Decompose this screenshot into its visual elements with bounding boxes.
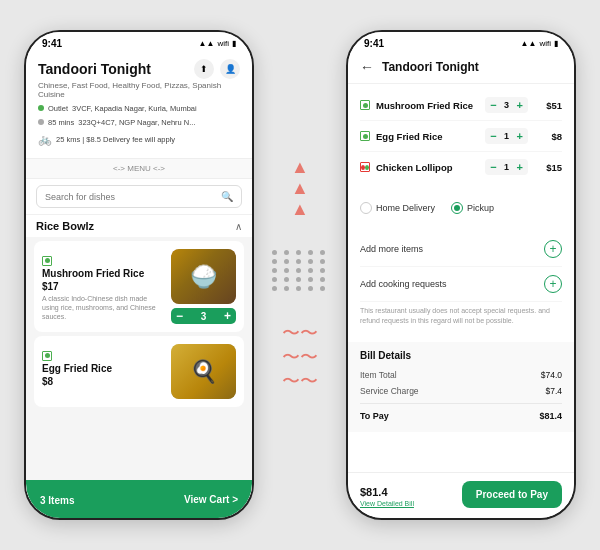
share-icon[interactable]: ⬆ (194, 59, 214, 79)
add-more-row[interactable]: Add more items + (360, 232, 562, 267)
restaurant-name: Tandoori Tonight (38, 61, 151, 77)
pickup-option[interactable]: Pickup (451, 202, 494, 214)
top-nav: ← Tandoori Tonight (348, 53, 574, 84)
wavy-icons: 〜〜〜〜〜〜 (282, 321, 318, 393)
battery-icon-right: ▮ (554, 39, 558, 48)
right-phone: 9:41 ▲▲ wifi ▮ ← Tandoori Tonight Mushro… (346, 30, 576, 520)
bill-row-item-total: Item Total $74.0 (360, 367, 562, 383)
home-delivery-option[interactable]: Home Delivery (360, 202, 435, 214)
dish-card-mushroom: Mushroom Fried Rice $17 A classic Indo-C… (34, 241, 244, 332)
qty-control-mushroom[interactable]: − 3 + (171, 308, 236, 324)
bill-label-item-total: Item Total (360, 370, 397, 380)
pickup-radio[interactable] (451, 202, 463, 214)
dish-name-egg: Egg Fried Rice (42, 363, 165, 374)
food-egg-visual (171, 344, 236, 399)
cart-qty-num-chicken: 1 (501, 162, 513, 172)
bill-value-to-pay: $81.4 (539, 411, 562, 421)
bill-row-to-pay: To Pay $81.4 (360, 408, 562, 424)
wifi-icon: wifi (217, 39, 229, 48)
user-icon[interactable]: 👤 (220, 59, 240, 79)
cart-item-price-chicken: $15 (534, 162, 562, 173)
outlet-info: Outlet 3VCF, Kapadia Nagar, Kurla, Mumba… (38, 104, 240, 113)
dish-img-container-egg (171, 344, 236, 399)
home-delivery-label: Home Delivery (376, 203, 435, 213)
bill-divider (360, 403, 562, 404)
status-bar-left: 9:41 ▲▲ wifi ▮ (26, 32, 252, 53)
bill-label-to-pay: To Pay (360, 411, 389, 421)
dish-name-mushroom: Mushroom Fried Rice (42, 268, 165, 279)
qty-minus-mushroom[interactable]: − (176, 310, 183, 322)
decorations: ▲▲▲ 〜〜〜〜〜〜 (272, 157, 328, 393)
food-rice-visual (171, 249, 236, 304)
dishes-scroll[interactable]: Mushroom Fried Rice $17 A classic Indo-C… (26, 237, 252, 497)
signal-icon-right: ▲▲ (521, 39, 537, 48)
cooking-requests-row[interactable]: Add cooking requests + (360, 267, 562, 302)
status-bar-right: 9:41 ▲▲ wifi ▮ (348, 32, 574, 53)
cart-qty-minus-chicken[interactable]: − (490, 161, 496, 173)
dish-info-egg: Egg Fried Rice $8 (42, 344, 165, 399)
cooking-requests-icon[interactable]: + (544, 275, 562, 293)
dish-img-mushroom (171, 249, 236, 304)
search-input[interactable] (45, 192, 221, 202)
cart-qty-control-egg[interactable]: − 1 + (485, 128, 528, 144)
delivery-info: 🚲 25 kms | $8.5 Delivery fee will apply (38, 133, 240, 150)
time-address: 323Q+4C7, NGP Nagar, Nehru N... (78, 118, 195, 127)
cart-qty-minus-mushroom[interactable]: − (490, 99, 496, 111)
chevron-up-icon[interactable]: ∧ (235, 221, 242, 232)
status-icons-left: ▲▲ wifi ▮ (199, 39, 236, 48)
cart-veg-dot-egg (360, 131, 370, 141)
add-more-icon[interactable]: + (544, 240, 562, 258)
cart-count: 3 Items (40, 490, 74, 508)
pickup-label: Pickup (467, 203, 494, 213)
cart-qty-minus-egg[interactable]: − (490, 130, 496, 142)
cart-bottom-bar[interactable]: 3 Items View Cart > (26, 480, 252, 518)
dish-img-container-mushroom: − 3 + (171, 249, 236, 324)
cart-qty-plus-mushroom[interactable]: + (517, 99, 523, 111)
delivery-options: Home Delivery Pickup (348, 194, 574, 222)
cart-qty-plus-chicken[interactable]: + (517, 161, 523, 173)
dish-price-egg: $8 (42, 376, 165, 387)
dish-info-mushroom: Mushroom Fried Rice $17 A classic Indo-C… (42, 249, 165, 324)
back-button[interactable]: ← (360, 59, 374, 75)
total-amount: $81.4 (360, 486, 388, 498)
time-label: 85 mins (48, 118, 74, 127)
right-bottom-bar: $81.4 View Detailed Bill Proceed to Pay (348, 472, 574, 518)
cart-qty-control-mushroom[interactable]: − 3 + (485, 97, 528, 113)
battery-icon: ▮ (232, 39, 236, 48)
time-info: 85 mins 323Q+4C7, NGP Nagar, Nehru N... (38, 118, 240, 127)
cart-qty-num-mushroom: 3 (501, 100, 513, 110)
dish-card-egg: Egg Fried Rice $8 (34, 336, 244, 407)
status-time-right: 9:41 (364, 38, 384, 49)
cart-item-price-mushroom: $51 (534, 100, 562, 111)
cart-item-price-egg: $8 (534, 131, 562, 142)
proceed-to-pay-button[interactable]: Proceed to Pay (462, 481, 562, 508)
add-section: Add more items + Add cooking requests + … (348, 228, 574, 336)
cart-veg-dot-chicken (360, 162, 370, 172)
cart-qty-control-chicken[interactable]: − 1 + (485, 159, 528, 175)
veg-icon-egg (42, 351, 52, 361)
view-detailed-bill-link[interactable]: View Detailed Bill (360, 500, 414, 507)
cart-qty-plus-egg[interactable]: + (517, 130, 523, 142)
qty-plus-mushroom[interactable]: + (224, 310, 231, 322)
bill-row-service-charge: Service Charge $7.4 (360, 383, 562, 399)
cooking-requests-label: Add cooking requests (360, 279, 447, 289)
home-delivery-radio[interactable] (360, 202, 372, 214)
wifi-icon-right: wifi (539, 39, 551, 48)
cart-item-egg: Egg Fried Rice − 1 + $8 (360, 121, 562, 152)
section-header: Rice Bowlz ∧ (26, 214, 252, 237)
cart-items-count: 3 Items (40, 495, 74, 506)
search-container[interactable]: 🔍 (36, 185, 242, 208)
search-icon: 🔍 (221, 191, 233, 202)
app-container: 9:41 ▲▲ wifi ▮ Tandoori Tonight ⬆ 👤 Chin… (24, 30, 576, 520)
bill-value-service-charge: $7.4 (545, 386, 562, 396)
section-title: Rice Bowlz (36, 220, 94, 232)
nav-title: Tandoori Tonight (382, 60, 479, 74)
status-icons-right: ▲▲ wifi ▮ (521, 39, 558, 48)
view-cart-button[interactable]: View Cart > (184, 494, 238, 505)
restaurant-header: Tandoori Tonight ⬆ 👤 Chinese, Fast Food,… (26, 53, 252, 158)
bill-value-item-total: $74.0 (541, 370, 562, 380)
cart-scroll[interactable]: Mushroom Fried Rice − 3 + $51 Egg Fried … (348, 84, 574, 484)
grid-dots (272, 250, 328, 291)
bill-label-service-charge: Service Charge (360, 386, 419, 396)
bike-icon: 🚲 (38, 133, 52, 146)
